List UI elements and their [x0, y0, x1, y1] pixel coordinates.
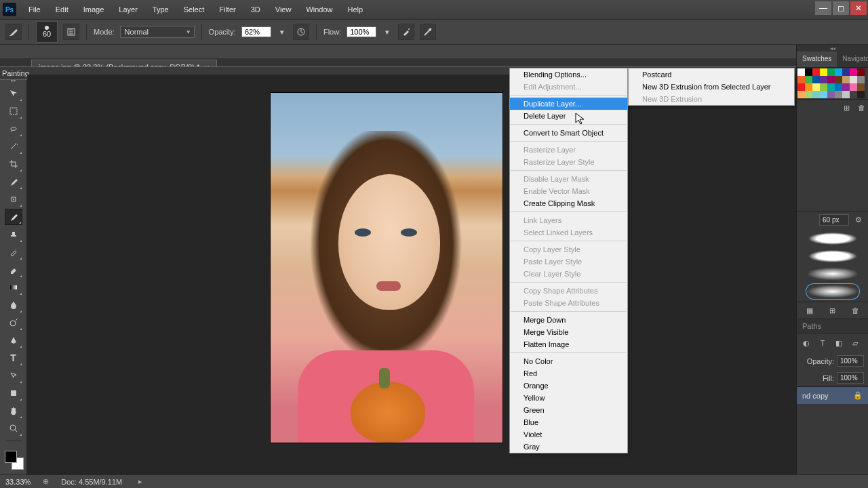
- pressure-opacity-icon[interactable]: [293, 24, 309, 40]
- swatch[interactable]: [857, 83, 865, 91]
- zoom-icon[interactable]: ⊕: [43, 477, 49, 486]
- layer-item[interactable]: nd copy 🔒: [797, 386, 868, 404]
- menu-item[interactable]: Red: [510, 367, 627, 380]
- menu-item[interactable]: Yellow: [510, 392, 627, 404]
- canvas-area[interactable]: [27, 75, 868, 488]
- menu-item[interactable]: Merge Visible: [510, 326, 627, 338]
- eyedropper-tool[interactable]: [5, 174, 22, 190]
- menu-view[interactable]: View: [269, 3, 298, 16]
- swatch[interactable]: [835, 76, 842, 83]
- brush-presets-list[interactable]: [797, 228, 868, 302]
- eraser-tool[interactable]: [5, 262, 22, 278]
- new-icon[interactable]: ⊞: [827, 305, 837, 316]
- swatch[interactable]: [820, 68, 827, 76]
- menu-item[interactable]: Green: [510, 404, 627, 416]
- collapse-panels-icon[interactable]: ◂◂: [797, 45, 868, 52]
- color-swatches[interactable]: [3, 449, 24, 470]
- menu-item[interactable]: Blending Options...: [510, 68, 627, 81]
- swatch[interactable]: [805, 83, 812, 91]
- layer-fill-input[interactable]: [837, 372, 864, 384]
- hand-tool[interactable]: [5, 403, 22, 419]
- maximize-button[interactable]: ◻: [833, 1, 849, 15]
- zoom-tool[interactable]: [5, 420, 22, 436]
- menu-image[interactable]: Image: [77, 3, 111, 16]
- menu-item[interactable]: Convert to Smart Object: [510, 127, 627, 139]
- menu-item[interactable]: Orange: [510, 380, 627, 392]
- history-brush-tool[interactable]: [5, 244, 22, 260]
- swatch[interactable]: [842, 68, 850, 76]
- text-filter-icon[interactable]: T: [817, 338, 828, 348]
- stamp-tool[interactable]: [5, 226, 22, 243]
- paths-tab[interactable]: Paths: [797, 319, 868, 333]
- adjust-filter-icon[interactable]: ◧: [833, 338, 844, 348]
- swatch[interactable]: [835, 91, 842, 98]
- menu-item[interactable]: Delete Layer: [510, 110, 627, 122]
- brush-settings-icon[interactable]: ⚙: [853, 215, 864, 226]
- swatch[interactable]: [812, 83, 820, 91]
- menu-type[interactable]: Type: [146, 3, 176, 16]
- menu-item[interactable]: No Color: [510, 355, 627, 367]
- swatch[interactable]: [827, 76, 835, 83]
- brush-preset-picker[interactable]: 60: [36, 21, 58, 43]
- blur-tool[interactable]: [5, 297, 22, 313]
- mode-select[interactable]: Normal▼: [120, 26, 195, 38]
- swatch[interactable]: [820, 83, 827, 91]
- swatch[interactable]: [797, 76, 805, 83]
- path-select-tool[interactable]: [5, 367, 22, 384]
- swatch[interactable]: [835, 83, 842, 91]
- crop-tool[interactable]: [5, 156, 22, 172]
- lasso-tool[interactable]: [5, 121, 22, 137]
- trash-icon[interactable]: 🗑: [856, 102, 867, 113]
- flow-dropdown-icon[interactable]: ▾: [382, 24, 393, 40]
- menu-select[interactable]: Select: [177, 3, 212, 16]
- swatch[interactable]: [820, 76, 827, 83]
- brush-tool[interactable]: [5, 209, 22, 225]
- swatch[interactable]: [835, 68, 842, 76]
- swatch[interactable]: [797, 68, 805, 76]
- menu-item[interactable]: Merge Down: [510, 314, 627, 326]
- brush-preset[interactable]: [806, 249, 859, 264]
- healing-tool[interactable]: [5, 191, 22, 207]
- swatch[interactable]: [850, 68, 857, 76]
- swatch[interactable]: [797, 91, 805, 98]
- swatch[interactable]: [857, 91, 865, 98]
- marquee-tool[interactable]: [5, 103, 22, 119]
- zoom-value[interactable]: 33.33%: [5, 478, 31, 486]
- swatch[interactable]: [820, 91, 827, 98]
- brush-panel-toggle-icon[interactable]: [63, 24, 79, 40]
- menu-filter[interactable]: Filter: [212, 3, 242, 16]
- swatches-tab[interactable]: Swatches: [797, 52, 837, 67]
- swatch[interactable]: [842, 91, 850, 98]
- swatch[interactable]: [842, 83, 850, 91]
- minimize-button[interactable]: —: [815, 1, 831, 15]
- swatch[interactable]: [805, 91, 812, 98]
- filter-icon[interactable]: ◐: [801, 338, 812, 348]
- swatch[interactable]: [857, 76, 865, 83]
- swatch[interactable]: [850, 91, 857, 98]
- brush-preset-selected[interactable]: [806, 284, 859, 299]
- opacity-dropdown-icon[interactable]: ▾: [277, 24, 288, 40]
- opacity-input[interactable]: [241, 26, 271, 37]
- menu-item[interactable]: Blue: [510, 416, 627, 428]
- pen-tool[interactable]: [5, 332, 22, 348]
- swatch[interactable]: [850, 76, 857, 83]
- menu-item[interactable]: Create Clipping Mask: [510, 197, 627, 209]
- menu-layer[interactable]: Layer: [112, 3, 144, 16]
- swatch[interactable]: [805, 68, 812, 76]
- brush-preset[interactable]: [806, 231, 859, 246]
- swatch[interactable]: [812, 68, 820, 76]
- pressure-size-icon[interactable]: [420, 24, 436, 40]
- dodge-tool[interactable]: [5, 314, 22, 331]
- shape-tool[interactable]: [5, 385, 22, 401]
- menu-3d[interactable]: 3D: [244, 3, 267, 16]
- wand-tool[interactable]: [5, 138, 22, 155]
- status-menu-icon[interactable]: ▸: [138, 477, 142, 486]
- swatch[interactable]: [812, 76, 820, 83]
- menu-item[interactable]: Duplicate Layer...: [510, 98, 627, 110]
- menu-help[interactable]: Help: [341, 3, 370, 16]
- close-button[interactable]: ✕: [850, 1, 867, 15]
- doc-info[interactable]: Doc: 4.55M/9.11M: [61, 478, 122, 486]
- flow-input[interactable]: [347, 26, 376, 37]
- menu-item[interactable]: Gray: [510, 441, 627, 453]
- type-tool[interactable]: T: [5, 350, 22, 366]
